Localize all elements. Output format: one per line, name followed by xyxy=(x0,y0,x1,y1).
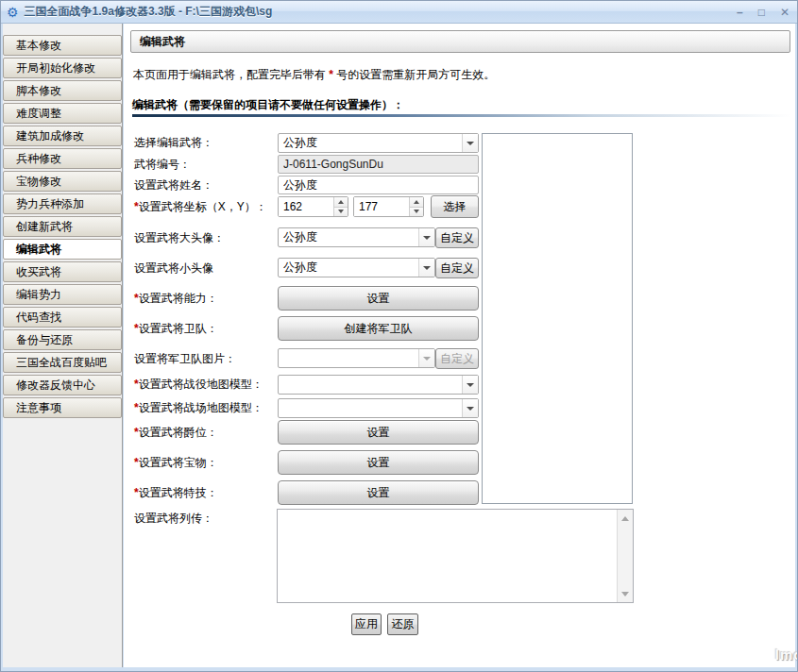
coords-select-button[interactable]: 选择 xyxy=(431,195,479,218)
coord-x-spin-buttons xyxy=(333,197,348,216)
app-gear-icon: ⚙ xyxy=(7,1,19,24)
window-controls: – □ ✕ xyxy=(737,1,790,24)
sidebar-tab-list: 基本修改 开局初始化修改 脚本修改 难度调整 建筑加成修改 兵种修改 宝物修改 … xyxy=(3,35,122,418)
scroll-down-icon[interactable] xyxy=(618,586,633,601)
big-portrait-custom-button[interactable]: 自定义 xyxy=(435,227,479,248)
battle-model-combobox[interactable] xyxy=(278,398,479,418)
label-ability: *设置武将能力： xyxy=(134,286,218,311)
coord-x-input[interactable] xyxy=(279,197,333,216)
scroll-up-icon[interactable] xyxy=(618,511,633,526)
small-portrait-value: 公孙度 xyxy=(279,259,418,277)
ability-set-button[interactable]: 设置 xyxy=(278,286,479,311)
select-general-combobox[interactable]: 公孙度 xyxy=(278,133,479,153)
label-general-id: 武将编号： xyxy=(134,155,191,174)
chevron-down-icon[interactable] xyxy=(462,376,478,394)
label-battle-model: *设置武将战场地图模型： xyxy=(134,398,263,418)
label-treasure: *设置武将宝物： xyxy=(134,450,218,475)
chevron-down-icon[interactable] xyxy=(462,134,478,152)
chevron-down-icon xyxy=(418,349,434,367)
title-bar[interactable]: ⚙ 三国全面战争1.9a修改器3.3版 - F:\三国游戏包\sg – □ ✕ xyxy=(1,1,798,24)
battle-model-label-text: 设置武将战场地图模型： xyxy=(139,401,263,414)
restore-button[interactable]: 还原 xyxy=(387,613,418,635)
general-name-input[interactable] xyxy=(278,176,479,194)
close-icon[interactable]: ✕ xyxy=(780,1,790,24)
label-select-general: 选择编辑武将： xyxy=(134,133,213,153)
guard-image-combobox xyxy=(278,348,435,368)
label-rank: *设置武将爵位： xyxy=(134,420,218,445)
coord-y-input[interactable] xyxy=(354,197,409,216)
sidebar-item-difficulty[interactable]: 难度调整 xyxy=(3,103,122,124)
section-divider xyxy=(132,114,791,117)
campaign-model-label-text: 设置武将战役地图模型： xyxy=(139,378,263,391)
sidebar-item-treasure-mod[interactable]: 宝物修改 xyxy=(3,171,122,192)
sidebar-item-notes[interactable]: 注意事项 xyxy=(3,397,122,418)
label-general-name: 设置武将姓名： xyxy=(134,176,213,194)
campaign-model-value xyxy=(279,376,462,394)
guard-image-value xyxy=(279,349,418,367)
sidebar-item-feedback-center[interactable]: 修改器反馈中心 xyxy=(3,375,122,395)
skill-set-button[interactable]: 设置 xyxy=(278,480,479,505)
apply-button[interactable]: 应用 xyxy=(351,613,382,635)
small-portrait-combobox[interactable]: 公孙度 xyxy=(278,258,435,277)
label-biography: 设置武将列传： xyxy=(134,511,213,526)
guard-create-button[interactable]: 创建将军卫队 xyxy=(278,316,479,341)
chevron-down-icon[interactable] xyxy=(418,228,434,246)
guard-label-text: 设置武将卫队： xyxy=(139,322,218,335)
biography-area xyxy=(277,509,634,603)
sidebar-item-edit-faction[interactable]: 编辑势力 xyxy=(3,284,122,305)
sidebar: 基本修改 开局初始化修改 脚本修改 难度调整 建筑加成修改 兵种修改 宝物修改 … xyxy=(3,24,123,667)
sidebar-item-edit-general[interactable]: 编辑武将 xyxy=(3,239,122,260)
sidebar-item-unit-mod[interactable]: 兵种修改 xyxy=(3,148,122,169)
treasure-label-text: 设置武将宝物： xyxy=(139,456,218,469)
description-text-after: 号的设置需重新开局方可生效。 xyxy=(333,68,495,81)
spin-up-icon[interactable] xyxy=(410,197,423,207)
watermark-site: lmod.org xyxy=(775,647,798,663)
main-panel: 编辑武将 本页面用于编辑武将，配置完毕后带有 * 号的设置需重新开局方可生效。 … xyxy=(124,24,795,667)
sidebar-item-tieba[interactable]: 三国全战百度贴吧 xyxy=(3,352,122,373)
coord-y-spin-buttons xyxy=(409,197,423,216)
coord-y-stepper[interactable] xyxy=(353,196,424,217)
spin-up-icon[interactable] xyxy=(334,197,348,207)
spin-down-icon[interactable] xyxy=(334,207,348,217)
minimize-icon[interactable]: – xyxy=(737,1,743,24)
spin-down-icon[interactable] xyxy=(410,207,423,217)
biography-textarea[interactable] xyxy=(278,510,617,602)
chevron-down-icon[interactable] xyxy=(462,399,478,417)
rank-label-text: 设置武将爵位： xyxy=(139,426,218,439)
page-title: 编辑武将 xyxy=(130,30,790,53)
campaign-model-combobox[interactable] xyxy=(278,375,479,395)
general-id-field xyxy=(278,155,479,174)
big-portrait-combobox[interactable]: 公孙度 xyxy=(278,227,435,247)
select-general-value: 公孙度 xyxy=(279,134,462,152)
treasure-set-button[interactable]: 设置 xyxy=(278,450,479,475)
small-portrait-custom-button[interactable]: 自定义 xyxy=(435,258,479,278)
maximize-icon[interactable]: □ xyxy=(758,1,765,24)
coords-label-text: 设置武将坐标（X，Y）： xyxy=(139,200,267,213)
chevron-down-icon[interactable] xyxy=(418,259,434,277)
label-skill: *设置武将特技： xyxy=(134,480,218,505)
coord-x-stepper[interactable] xyxy=(278,196,348,217)
sidebar-item-building-bonus[interactable]: 建筑加成修改 xyxy=(3,126,122,146)
sidebar-item-start-init-mod[interactable]: 开局初始化修改 xyxy=(3,58,122,78)
big-portrait-value: 公孙度 xyxy=(279,228,418,246)
sidebar-item-faction-unit-add[interactable]: 势力兵种添加 xyxy=(3,193,122,214)
rank-set-button[interactable]: 设置 xyxy=(278,420,479,445)
label-big-portrait: 设置武将大头像： xyxy=(134,227,225,248)
sidebar-item-bribe-general[interactable]: 收买武将 xyxy=(3,261,122,282)
watermark: lmod.org MOD xyxy=(668,647,798,663)
sidebar-item-backup-restore[interactable]: 备份与还原 xyxy=(3,329,122,350)
sidebar-item-create-general[interactable]: 创建新武将 xyxy=(3,216,122,237)
biography-scrollbar[interactable] xyxy=(617,510,633,602)
label-campaign-model: *设置武将战役地图模型： xyxy=(134,375,263,395)
label-coords: *设置武将坐标（X，Y）： xyxy=(134,195,267,218)
label-guard-image: 设置将军卫队图片： xyxy=(134,348,236,369)
battle-model-value xyxy=(279,399,462,417)
window-title: 三国全面战争1.9a修改器3.3版 - F:\三国游戏包\sg xyxy=(25,4,273,20)
label-guard: *设置武将卫队： xyxy=(134,316,218,341)
sidebar-item-basic-mod[interactable]: 基本修改 xyxy=(3,35,122,56)
sidebar-item-code-search[interactable]: 代码查找 xyxy=(3,307,122,328)
app-window: ⚙ 三国全面战争1.9a修改器3.3版 - F:\三国游戏包\sg – □ ✕ … xyxy=(0,0,798,672)
portrait-preview-panel xyxy=(482,133,633,504)
page-description: 本页面用于编辑武将，配置完毕后带有 * 号的设置需重新开局方可生效。 xyxy=(133,67,495,83)
sidebar-item-script-mod[interactable]: 脚本修改 xyxy=(3,80,122,101)
